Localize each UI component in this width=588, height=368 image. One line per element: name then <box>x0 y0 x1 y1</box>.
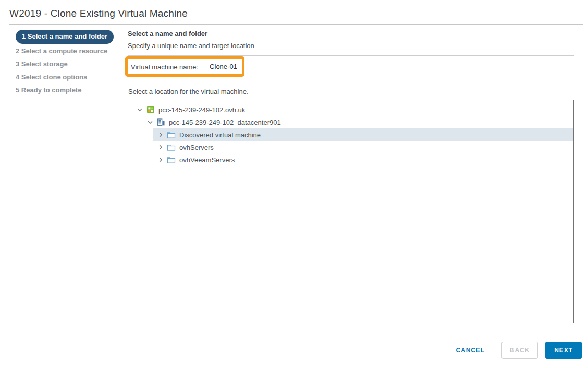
next-button[interactable]: NEXT <box>545 342 582 359</box>
cancel-button[interactable]: CANCEL <box>454 342 487 359</box>
step-subheading: Specify a unique name and target locatio… <box>128 42 574 50</box>
footer-actions: CANCEL BACK NEXT <box>454 342 582 359</box>
tree-row: pcc-145-239-249-102.ovh.uk <box>128 103 573 116</box>
step-content: Select a name and folder Specify a uniqu… <box>128 25 588 323</box>
tree-node-label: Discovered virtual machine <box>179 131 261 139</box>
chevron-down-icon[interactable] <box>136 105 144 114</box>
tree-row: pcc-145-239-249-102_datacenter901 <box>128 116 573 128</box>
tree-node-discovered-virtual-machine[interactable]: Discovered virtual machine <box>153 128 573 141</box>
tree-node-label: pcc-145-239-249-102.ovh.uk <box>158 106 245 114</box>
tree-node-pcc-145-239-249-102-ovh-uk[interactable]: pcc-145-239-249-102.ovh.uk <box>132 103 573 116</box>
chevron-right-icon[interactable] <box>156 156 165 164</box>
back-button[interactable]: BACK <box>501 342 538 359</box>
vm-name-label: Virtual machine name: <box>131 63 198 71</box>
tree-indent <box>128 141 153 153</box>
vcenter-icon <box>146 105 155 114</box>
location-tree: pcc-145-239-249-102.ovh.ukpcc-145-239-24… <box>128 100 574 323</box>
tree-node-label: ovhServers <box>179 144 214 151</box>
datacenter-icon <box>156 118 165 126</box>
tree-node-ovhveeamservers[interactable]: ovhVeeamServers <box>153 153 573 166</box>
folder-icon <box>167 143 176 151</box>
tree-node-pcc-145-239-249-102-datacenter901[interactable]: pcc-145-239-249-102_datacenter901 <box>143 116 573 128</box>
chevron-right-icon[interactable] <box>156 130 165 139</box>
chevron-down-icon[interactable] <box>146 118 154 126</box>
folder-icon <box>167 130 176 139</box>
tree-indent <box>128 103 132 116</box>
vm-name-row: Virtual machine name: <box>128 56 574 78</box>
tree-indent <box>128 116 143 128</box>
tree-indent <box>128 153 153 166</box>
wizard-step-1[interactable]: 1 Select a name and folder <box>16 30 114 44</box>
tree-row: ovhVeeamServers <box>128 153 573 166</box>
tree-node-label: ovhVeeamServers <box>179 156 235 164</box>
vm-name-input[interactable] <box>206 61 548 73</box>
wizard-steps: 1 Select a name and folder2 Select a com… <box>9 25 128 323</box>
tree-row: Discovered virtual machine <box>128 128 573 141</box>
tree-indent <box>128 128 153 141</box>
location-label: Select a location for the virtual machin… <box>128 88 574 96</box>
wizard-step-3[interactable]: 3 Select storage <box>16 58 128 71</box>
wizard-title: W2019 - Clone Existing Virtual Machine <box>9 8 588 19</box>
folder-icon <box>167 156 176 164</box>
tree-node-label: pcc-145-239-249-102_datacenter901 <box>169 118 281 126</box>
wizard-step-4[interactable]: 4 Select clone options <box>16 71 128 84</box>
tree-row: ovhServers <box>128 141 573 153</box>
step-heading: Select a name and folder <box>128 30 574 38</box>
chevron-right-icon[interactable] <box>156 143 165 151</box>
wizard-body: 1 Select a name and folder2 Select a com… <box>0 25 588 323</box>
tree-node-ovhservers[interactable]: ovhServers <box>153 141 573 153</box>
wizard-step-5[interactable]: 5 Ready to complete <box>16 84 128 97</box>
wizard-step-2[interactable]: 2 Select a compute resource <box>16 45 128 58</box>
